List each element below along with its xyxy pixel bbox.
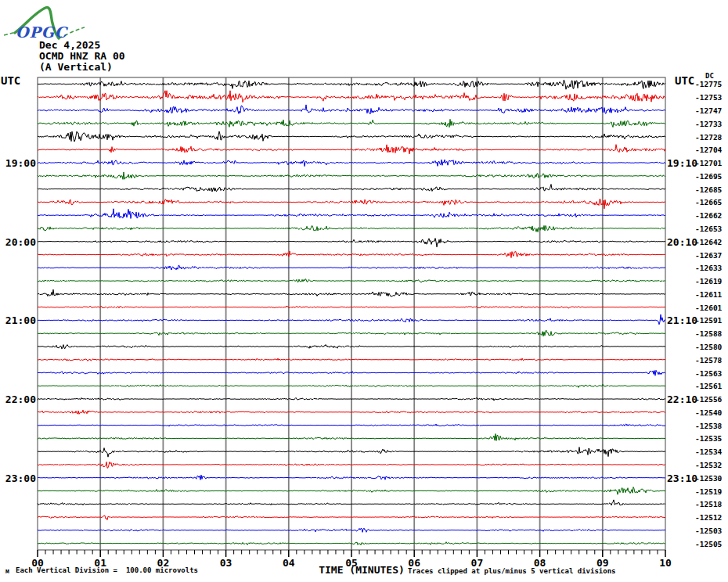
dc-value: -12642 <box>695 237 722 246</box>
helicorder-page: { "logo": { "text": "OPGC", "text_color"… <box>0 0 728 582</box>
x-axis-title: TIME (MINUTES) <box>319 564 405 576</box>
x-axis-ticks <box>38 550 665 557</box>
dc-value: -12503 <box>695 526 722 534</box>
dc-value: -12532 <box>695 460 722 469</box>
dc-value: -12733 <box>695 119 722 128</box>
x-tick-label: 10 <box>659 557 672 569</box>
hour-label-right: 20:10 <box>667 235 697 247</box>
hour-label-right: 23:10 <box>667 472 697 483</box>
dc-value: -12685 <box>695 185 722 193</box>
micro-glyph: м <box>5 568 9 575</box>
dc-value: -12701 <box>695 159 722 167</box>
dc-value: -12591 <box>695 316 722 325</box>
dc-value: -12753 <box>695 93 722 102</box>
dc-value: -12540 <box>695 408 722 416</box>
dc-value: -12538 <box>695 421 722 429</box>
dc-value: -12728 <box>695 132 722 141</box>
dc-value: -12556 <box>695 395 722 404</box>
dc-value: -12505 <box>695 539 722 548</box>
footer-left-note: Each Vertical Division = 100.00 microvol… <box>16 566 198 574</box>
dc-value: -12530 <box>695 473 722 482</box>
dc-value: -12578 <box>695 355 722 364</box>
dc-value: -12534 <box>695 447 722 456</box>
dc-value: -12519 <box>695 487 722 495</box>
hour-label-left: 19:00 <box>5 157 36 169</box>
helicorder-plot <box>0 0 728 582</box>
dc-value: -12747 <box>695 106 722 114</box>
dc-value: -12653 <box>695 224 722 232</box>
dc-value: -12512 <box>695 513 722 522</box>
dc-value: -12775 <box>695 80 722 88</box>
x-tick-label: 04 <box>283 557 295 569</box>
dc-value: -12704 <box>695 146 722 154</box>
dc-value: -12601 <box>695 303 722 311</box>
dc-value: -12637 <box>695 250 722 259</box>
dc-value: -12580 <box>695 342 722 350</box>
dc-value: -12665 <box>695 198 722 207</box>
hour-label-left: 22:00 <box>5 393 36 405</box>
dc-value: -12695 <box>695 171 722 180</box>
hour-label-left: 23:00 <box>5 472 36 483</box>
footer-right-note: Traces clipped at plus/minus 5 vertical … <box>408 567 616 575</box>
dc-value: -12535 <box>695 434 722 443</box>
hour-label-right: 19:10 <box>667 157 697 169</box>
dc-value: -12561 <box>695 382 722 390</box>
dc-value: -12611 <box>695 289 722 298</box>
dc-value: -12563 <box>695 368 722 377</box>
dc-value: -12588 <box>695 329 722 338</box>
hour-label-right: 22:10 <box>667 393 697 405</box>
hour-label-left: 20:00 <box>5 235 36 247</box>
hour-label-left: 21:00 <box>5 314 36 326</box>
dc-value: -12662 <box>695 211 722 220</box>
dc-value: -12633 <box>695 264 722 272</box>
dc-value: -12518 <box>695 500 722 508</box>
dc-value: -12619 <box>695 277 722 286</box>
x-tick-label: 03 <box>220 557 232 569</box>
hour-label-right: 21:10 <box>667 314 697 326</box>
